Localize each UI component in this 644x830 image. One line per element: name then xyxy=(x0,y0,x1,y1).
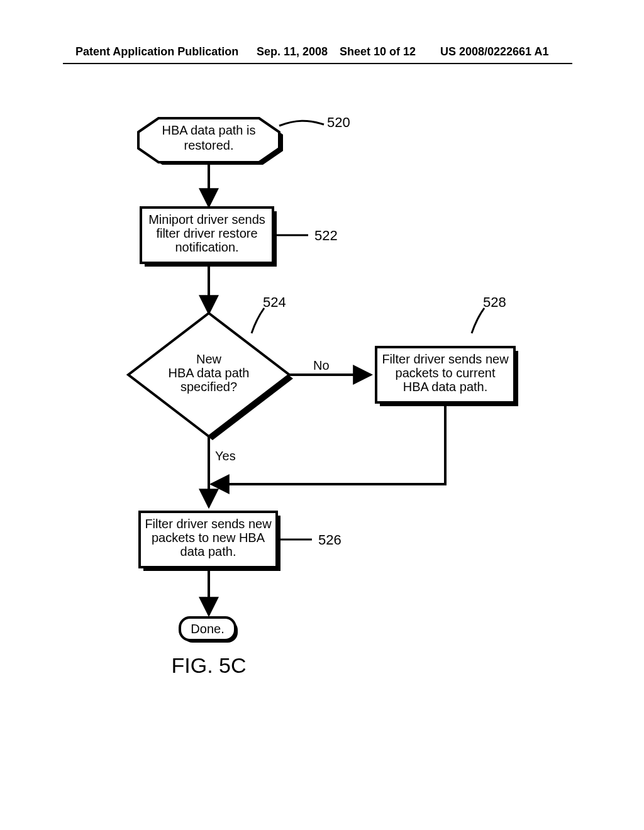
node-528-line2: packets to current xyxy=(396,366,496,380)
node-522-line3: notification. xyxy=(175,240,238,254)
node-524-line1: New xyxy=(196,352,222,366)
node-done: Done. xyxy=(180,617,238,643)
node-526-line1: Filter driver sends new xyxy=(145,517,272,531)
node-528-line3: HBA data path. xyxy=(403,380,488,394)
flowchart: HBA data path is restored. 520 Miniport … xyxy=(75,107,579,767)
header-sheet: Sheet 10 of 12 xyxy=(340,45,416,58)
node-520-line2: restored. xyxy=(184,138,234,152)
node-522: Miniport driver sends filter driver rest… xyxy=(141,208,277,267)
node-524-line3: specified? xyxy=(180,380,237,394)
header-date: Sep. 11, 2008 xyxy=(257,45,328,58)
node-done-label: Done. xyxy=(191,622,224,636)
node-526-line3: data path. xyxy=(180,545,236,558)
ref-526: 526 xyxy=(318,532,341,548)
node-520: HBA data path is restored. xyxy=(138,118,283,165)
node-522-line2: filter driver restore xyxy=(156,226,257,240)
edge-no-label: No xyxy=(313,358,330,372)
figure-title: FIG. 5C xyxy=(171,653,246,677)
header-left: Patent Application Publication xyxy=(75,45,238,58)
node-526-line2: packets to new HBA xyxy=(152,531,265,545)
header-rule xyxy=(63,63,572,64)
node-528: Filter driver sends new packets to curre… xyxy=(376,347,518,406)
node-520-line1: HBA data path is xyxy=(162,123,256,137)
node-522-line1: Miniport driver sends xyxy=(148,213,265,226)
ref-524: 524 xyxy=(263,294,286,310)
edge-528-merge xyxy=(211,402,445,484)
ref-522: 522 xyxy=(314,228,338,243)
node-528-line1: Filter driver sends new xyxy=(382,352,509,366)
edge-yes-label: Yes xyxy=(215,449,236,463)
header-pubno: US 2008/0222661 A1 xyxy=(440,45,548,58)
node-524: New HBA data path specified? xyxy=(128,313,293,440)
ref-528: 528 xyxy=(483,294,506,310)
node-526: Filter driver sends new packets to new H… xyxy=(140,512,280,571)
ref-520: 520 xyxy=(327,114,350,130)
node-524-line2: HBA data path xyxy=(169,366,250,380)
